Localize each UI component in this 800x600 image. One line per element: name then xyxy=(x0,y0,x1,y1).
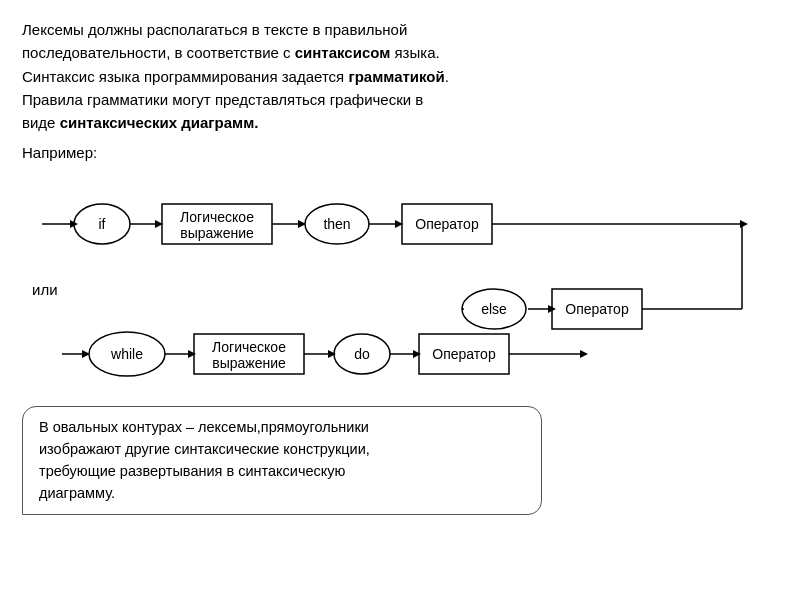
note-text: В овальных контурах – лексемы,прямоуголь… xyxy=(39,419,370,500)
svg-marker-14 xyxy=(740,220,748,228)
syntax-diagrams-svg: if Логическое выражение then Оператор xyxy=(22,169,782,389)
intro-line3b: . xyxy=(445,68,449,85)
else-label: else xyxy=(481,301,507,317)
while-label: while xyxy=(110,346,143,362)
do-label: do xyxy=(354,346,370,362)
svg-marker-34 xyxy=(413,350,421,358)
intro-line4: Правила грамматики могут представляться … xyxy=(22,91,423,108)
napример-label: Например: xyxy=(22,144,778,161)
intro-line2: последовательности, в соответствие с xyxy=(22,44,295,61)
operator2-label: Оператор xyxy=(565,301,629,317)
bold-diagrams: синтаксических диаграмм. xyxy=(60,114,259,131)
note-box: В овальных контурах – лексемы,прямоуголь… xyxy=(22,406,542,515)
svg-text:выражение: выражение xyxy=(180,225,254,241)
then-label: then xyxy=(323,216,350,232)
svg-marker-27 xyxy=(188,350,196,358)
operator1-label: Оператор xyxy=(415,216,479,232)
intro-text: Лексемы должны располагаться в тексте в … xyxy=(22,18,778,134)
operator3-label: Оператор xyxy=(432,346,496,362)
intro-line3: Синтаксис языка программирования задаетс… xyxy=(22,68,348,85)
log-vyraz-label1: Логическое xyxy=(180,209,254,225)
intro-line5: виде xyxy=(22,114,60,131)
svg-text:выражение: выражение xyxy=(212,355,286,371)
bold-syntax: синтаксисом xyxy=(295,44,391,61)
log-vyraz-label2: Логическое xyxy=(212,339,286,355)
intro-line2b: языка. xyxy=(390,44,439,61)
if-label: if xyxy=(99,216,106,232)
diagrams-area: или if Логическое выражение then Операто… xyxy=(22,169,778,392)
ili-label: или xyxy=(32,281,58,298)
intro-line1: Лексемы должны располагаться в тексте в … xyxy=(22,21,407,38)
svg-marker-37 xyxy=(580,350,588,358)
bold-grammar: грамматикой xyxy=(348,68,444,85)
